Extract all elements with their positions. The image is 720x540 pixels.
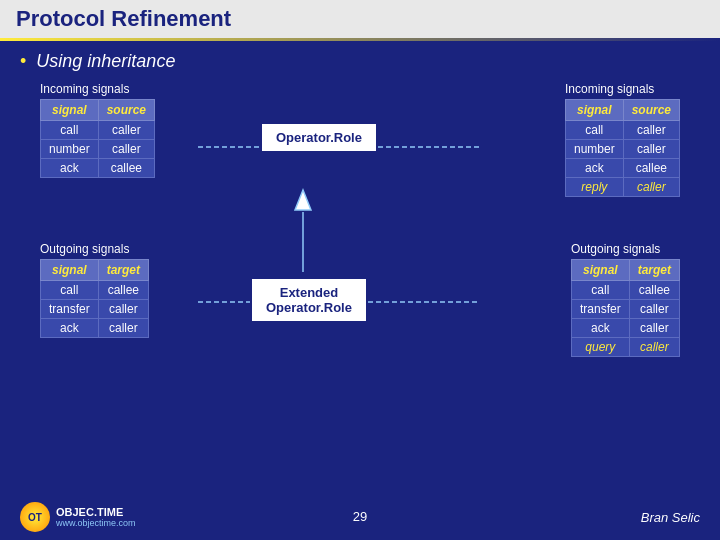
- table-row: reply caller: [565, 178, 679, 197]
- svg-marker-3: [295, 190, 311, 210]
- table-row: ack caller: [41, 319, 149, 338]
- cell: caller: [98, 300, 148, 319]
- logo-brand: OBJEC.TIME: [56, 506, 136, 518]
- cell: caller: [623, 121, 679, 140]
- bullet-line: • Using inheritance: [20, 51, 700, 72]
- table-row: ack callee: [565, 159, 679, 178]
- cell: callee: [98, 281, 148, 300]
- cell: ack: [41, 159, 99, 178]
- cell: callee: [629, 281, 679, 300]
- right-outgoing-block: Outgoing signals signal target call call…: [571, 242, 680, 357]
- page-title: Protocol Refinement: [16, 6, 231, 32]
- left-outgoing-block: Outgoing signals signal target call call…: [40, 242, 149, 338]
- right-incoming-label: Incoming signals: [565, 82, 680, 96]
- cell: caller: [629, 300, 679, 319]
- table-row: number caller: [41, 140, 155, 159]
- right-outgoing-header-target: target: [629, 260, 679, 281]
- right-outgoing-header-signal: signal: [571, 260, 629, 281]
- cell: number: [565, 140, 623, 159]
- right-outgoing-label: Outgoing signals: [571, 242, 680, 256]
- cell: call: [41, 121, 99, 140]
- left-outgoing-header-target: target: [98, 260, 148, 281]
- operator-role-label: Operator.Role: [276, 130, 362, 145]
- cell: ack: [571, 319, 629, 338]
- cell: callee: [623, 159, 679, 178]
- right-incoming-block: Incoming signals signal source call call…: [565, 82, 680, 197]
- cell: callee: [98, 159, 154, 178]
- table-row: call callee: [41, 281, 149, 300]
- cell: caller: [98, 121, 154, 140]
- diagram-area: Incoming signals signal source call call…: [20, 82, 700, 472]
- cell: transfer: [41, 300, 99, 319]
- table-row: number caller: [565, 140, 679, 159]
- table-row: query caller: [571, 338, 679, 357]
- bullet-text: Using inheritance: [36, 51, 175, 72]
- table-row: ack caller: [571, 319, 679, 338]
- logo-url: www.objectime.com: [56, 518, 136, 528]
- left-outgoing-label: Outgoing signals: [40, 242, 149, 256]
- title-bar: Protocol Refinement: [0, 0, 720, 38]
- left-incoming-header-signal: signal: [41, 100, 99, 121]
- cell: reply: [565, 178, 623, 197]
- footer-author: Bran Selic: [641, 510, 700, 525]
- right-outgoing-table: signal target call callee transfer calle…: [571, 259, 680, 357]
- table-row: call caller: [41, 121, 155, 140]
- cell: ack: [41, 319, 99, 338]
- extended-role-label-line2: Operator.Role: [266, 300, 352, 315]
- footer-logo: OT OBJEC.TIME www.objectime.com: [20, 502, 136, 532]
- cell: caller: [98, 319, 148, 338]
- cell: caller: [623, 140, 679, 159]
- table-row: ack callee: [41, 159, 155, 178]
- content-area: • Using inheritance Incoming signals: [0, 41, 720, 482]
- cell: call: [565, 121, 623, 140]
- left-incoming-block: Incoming signals signal source call call…: [40, 82, 155, 178]
- operator-role-box: Operator.Role: [260, 122, 378, 153]
- table-row: call caller: [565, 121, 679, 140]
- cell: call: [41, 281, 99, 300]
- cell: caller: [629, 338, 679, 357]
- table-row: call callee: [571, 281, 679, 300]
- cell: caller: [629, 319, 679, 338]
- right-incoming-header-signal: signal: [565, 100, 623, 121]
- extended-role-box: Extended Operator.Role: [250, 277, 368, 323]
- right-incoming-header-source: source: [623, 100, 679, 121]
- cell: call: [571, 281, 629, 300]
- left-incoming-header-source: source: [98, 100, 154, 121]
- right-incoming-table: signal source call caller number caller …: [565, 99, 680, 197]
- cell: ack: [565, 159, 623, 178]
- cell: caller: [98, 140, 154, 159]
- left-outgoing-table: signal target call callee transfer calle…: [40, 259, 149, 338]
- footer: OT OBJEC.TIME www.objectime.com 29 Bran …: [0, 502, 720, 532]
- cell: number: [41, 140, 99, 159]
- extended-role-label-line1: Extended: [280, 285, 339, 300]
- logo-icon: OT: [20, 502, 50, 532]
- left-incoming-table: signal source call caller number caller …: [40, 99, 155, 178]
- table-row: transfer caller: [571, 300, 679, 319]
- cell: transfer: [571, 300, 629, 319]
- table-row: transfer caller: [41, 300, 149, 319]
- cell: caller: [623, 178, 679, 197]
- bullet-icon: •: [20, 51, 26, 72]
- logo-text: OBJEC.TIME www.objectime.com: [56, 506, 136, 528]
- left-outgoing-header-signal: signal: [41, 260, 99, 281]
- left-incoming-label: Incoming signals: [40, 82, 155, 96]
- cell: query: [571, 338, 629, 357]
- page-number: 29: [353, 509, 367, 524]
